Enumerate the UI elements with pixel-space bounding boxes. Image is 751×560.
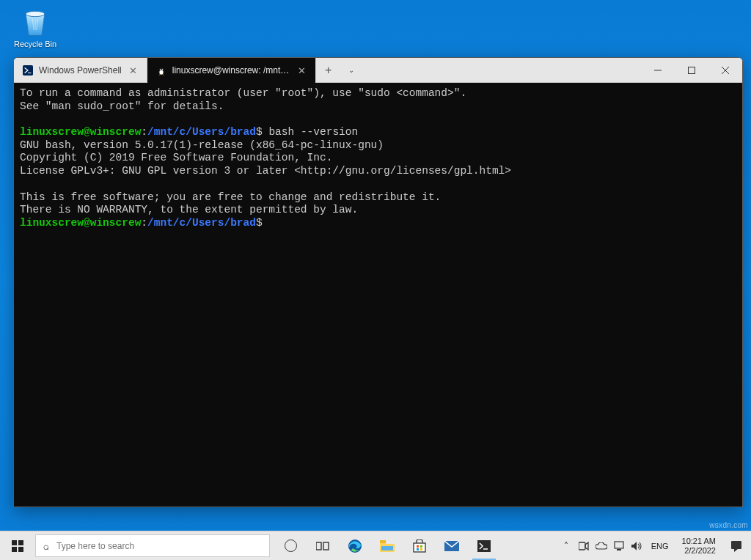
desktop-icon-recycle-bin[interactable]: Recycle Bin bbox=[13, 6, 57, 48]
tab-strip: Windows PowerShell ✕ linuxscrew@winscrew… bbox=[14, 58, 641, 82]
taskbar-explorer[interactable] bbox=[371, 531, 403, 560]
svg-point-4 bbox=[159, 69, 161, 70]
taskbar-mail[interactable] bbox=[436, 531, 468, 560]
minimize-button[interactable] bbox=[641, 58, 675, 82]
taskbar-pinned bbox=[270, 531, 500, 560]
tab-label: linuxscrew@winscrew: /mnt/c/U bbox=[172, 65, 290, 75]
svg-rect-10 bbox=[12, 540, 17, 545]
edge-icon bbox=[348, 539, 362, 553]
svg-rect-28 bbox=[617, 549, 621, 550]
folder-icon bbox=[380, 540, 395, 552]
action-center-button[interactable] bbox=[722, 531, 751, 560]
taskbar-clock[interactable]: 10:21 AM 2/2/2022 bbox=[676, 531, 722, 560]
tray-volume[interactable] bbox=[631, 540, 642, 552]
term-line: See "man sudo_root" for details. bbox=[20, 100, 224, 112]
tab-dropdown-button[interactable]: ⌄ bbox=[341, 58, 362, 82]
svg-rect-13 bbox=[18, 547, 23, 552]
cloud-icon bbox=[596, 542, 607, 550]
start-button[interactable] bbox=[0, 531, 35, 560]
taskbar-task-view[interactable] bbox=[307, 531, 339, 560]
tray-network[interactable] bbox=[613, 540, 625, 552]
powershell-icon bbox=[23, 65, 33, 75]
desktop-icon-label: Recycle Bin bbox=[13, 40, 57, 48]
prompt-path: /mnt/c/Users/brad bbox=[147, 126, 256, 138]
svg-rect-7 bbox=[689, 67, 695, 73]
svg-rect-19 bbox=[414, 543, 425, 552]
chevron-up-icon: ˄ bbox=[564, 541, 568, 551]
notification-icon bbox=[730, 540, 742, 552]
speaker-icon bbox=[631, 542, 642, 550]
svg-rect-21 bbox=[420, 545, 422, 548]
svg-point-0 bbox=[26, 11, 45, 16]
svg-rect-25 bbox=[477, 540, 491, 552]
tab-powershell[interactable]: Windows PowerShell ✕ bbox=[14, 58, 147, 83]
new-tab-button[interactable]: + bbox=[316, 58, 341, 82]
svg-rect-20 bbox=[417, 545, 419, 548]
svg-point-5 bbox=[161, 69, 163, 70]
taskbar-cortana[interactable] bbox=[274, 531, 307, 560]
tray-onedrive[interactable] bbox=[596, 540, 607, 552]
tab-close-button[interactable]: ✕ bbox=[128, 65, 139, 76]
tray-overflow[interactable]: ˄ bbox=[560, 540, 572, 552]
term-line: To run a command as administrator (user … bbox=[20, 87, 466, 99]
term-line: License GPLv3+: GNU GPL version 3 or lat… bbox=[20, 165, 511, 177]
window-controls bbox=[641, 58, 742, 82]
term-line: This is free software; you are free to c… bbox=[20, 191, 441, 203]
svg-rect-11 bbox=[18, 540, 23, 545]
clock-date: 2/2/2022 bbox=[684, 546, 716, 556]
search-icon: ⌕ bbox=[43, 540, 49, 552]
mail-icon bbox=[444, 541, 459, 551]
clock-time: 10:21 AM bbox=[682, 537, 716, 546]
taskbar-store[interactable] bbox=[403, 531, 436, 560]
tray-language[interactable]: ENG bbox=[648, 542, 672, 550]
recycle-bin-icon bbox=[19, 6, 51, 38]
chevron-down-icon: ⌄ bbox=[348, 66, 354, 74]
tray-meet-now[interactable] bbox=[578, 540, 590, 552]
taskbar-edge[interactable] bbox=[339, 531, 371, 560]
terminal-output[interactable]: To run a command as administrator (user … bbox=[14, 83, 742, 506]
prompt-user: linuxscrew@winscrew bbox=[20, 126, 141, 138]
close-button[interactable] bbox=[708, 58, 742, 82]
maximize-button[interactable] bbox=[675, 58, 708, 82]
prompt-path: /mnt/c/Users/brad bbox=[147, 217, 256, 229]
windows-logo-icon bbox=[12, 540, 23, 552]
circle-icon bbox=[285, 539, 297, 552]
camera-icon bbox=[579, 542, 589, 550]
tab-close-button[interactable]: ✕ bbox=[296, 65, 308, 76]
svg-rect-12 bbox=[12, 547, 17, 552]
svg-rect-26 bbox=[579, 542, 585, 550]
term-line: GNU bash, version 5.0.17(1)-release (x86… bbox=[20, 139, 384, 151]
titlebar: Windows PowerShell ✕ linuxscrew@winscrew… bbox=[14, 58, 742, 83]
svg-rect-27 bbox=[615, 542, 623, 548]
ethernet-icon bbox=[614, 541, 624, 551]
term-line: There is NO WARRANTY, to the extent perm… bbox=[20, 204, 358, 215]
watermark: wsxdn.com bbox=[709, 521, 748, 529]
taskbar-search[interactable]: ⌕ Type here to search bbox=[35, 534, 270, 557]
tab-wsl-linux[interactable]: linuxscrew@winscrew: /mnt/c/U ✕ bbox=[147, 58, 316, 83]
task-view-icon bbox=[316, 541, 329, 551]
svg-rect-18 bbox=[381, 546, 393, 550]
svg-rect-17 bbox=[380, 540, 386, 543]
taskbar-terminal[interactable] bbox=[468, 531, 500, 560]
svg-rect-23 bbox=[420, 548, 422, 550]
svg-rect-22 bbox=[417, 548, 419, 550]
system-tray: ˄ ENG bbox=[556, 531, 676, 560]
command: bash --version bbox=[268, 126, 358, 138]
tab-label: Windows PowerShell bbox=[39, 65, 122, 75]
terminal-icon bbox=[477, 540, 491, 552]
store-icon bbox=[413, 539, 426, 553]
plus-icon: + bbox=[325, 64, 331, 77]
terminal-window: Windows PowerShell ✕ linuxscrew@winscrew… bbox=[13, 57, 743, 507]
svg-rect-15 bbox=[323, 542, 329, 550]
svg-rect-29 bbox=[731, 541, 741, 549]
prompt-user: linuxscrew@winscrew bbox=[20, 217, 141, 229]
tux-icon bbox=[156, 65, 166, 75]
taskbar: ⌕ Type here to search ˄ ENG 10:21 AM 2/2… bbox=[0, 531, 751, 560]
search-placeholder: Type here to search bbox=[56, 541, 134, 551]
svg-rect-14 bbox=[316, 542, 321, 550]
term-line: Copyright (C) 2019 Free Software Foundat… bbox=[20, 152, 332, 163]
